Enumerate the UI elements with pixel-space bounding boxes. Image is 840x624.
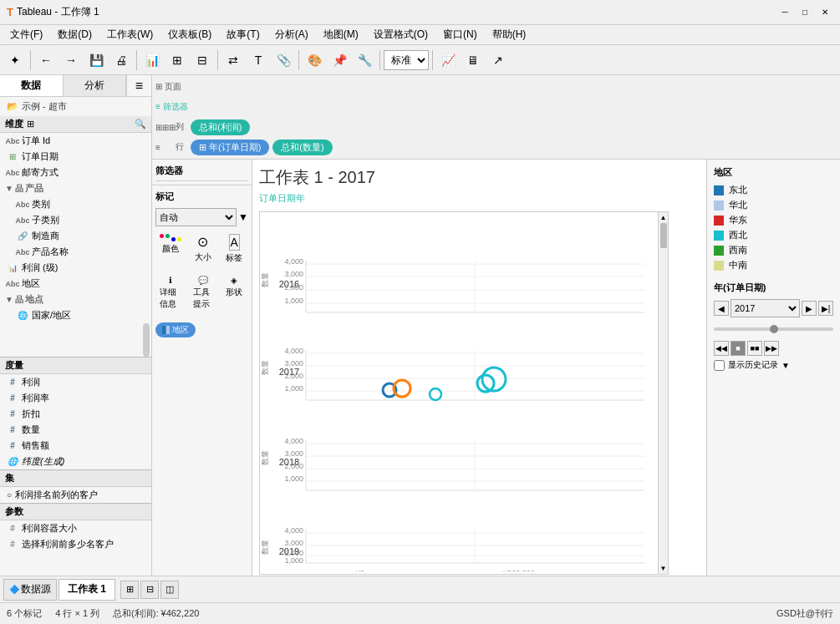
menu-file[interactable]: 文件(F) xyxy=(3,26,49,43)
menu-map[interactable]: 地图(M) xyxy=(317,26,365,43)
year-slider-thumb[interactable] xyxy=(770,325,778,333)
field-ship-mode[interactable]: Abc 邮寄方式 xyxy=(0,165,151,180)
field-profit[interactable]: # 利润 xyxy=(0,374,151,390)
tab-analysis[interactable]: 分析 xyxy=(64,75,127,96)
worksheet-tab[interactable]: 工作表 1 xyxy=(59,579,115,601)
toolbar-share[interactable]: ↗ xyxy=(486,48,510,72)
marks-shape-btn[interactable]: ◈ 形状 xyxy=(221,271,249,314)
marks-color-btn[interactable]: 颜色 xyxy=(155,230,186,268)
year-next-btn[interactable]: ▶ xyxy=(802,301,817,316)
play-back-btn[interactable]: ◀◀ xyxy=(714,341,729,356)
field-sales[interactable]: # 销售额 xyxy=(0,438,151,454)
dot-y xyxy=(177,237,181,241)
field-top-customers[interactable]: ○ 利润排名前列的客户 xyxy=(0,487,151,503)
marks-tooltip-btn[interactable]: 💬 工具提示 xyxy=(189,271,217,314)
field-subcategory[interactable]: Abc 子类别 xyxy=(0,212,151,228)
hash-icon-3: # xyxy=(7,408,18,420)
close-button[interactable]: ✕ xyxy=(817,4,833,21)
play-fwd-btn[interactable]: ▶▶ xyxy=(764,341,779,356)
new-story-icon[interactable]: ◫ xyxy=(160,581,179,599)
grid-icon[interactable]: ⊞ xyxy=(27,119,34,129)
field-top-n[interactable]: # 选择利润前多少名客户 xyxy=(0,536,151,552)
field-product-name[interactable]: Abc 产品名称 xyxy=(0,244,151,260)
maximize-button[interactable]: □ xyxy=(797,4,813,21)
field-profit-bin[interactable]: 📊 利润 (级) xyxy=(0,260,151,276)
play-stop2-btn[interactable]: ■■ xyxy=(747,341,762,356)
toolbar-annot[interactable]: 📎 xyxy=(272,48,295,72)
marks-label-btn[interactable]: A 标签 xyxy=(221,230,249,268)
data-source-tab[interactable]: 🔷 数据源 xyxy=(3,579,57,601)
row-label: ≡ xyxy=(155,143,172,152)
data-source[interactable]: 📂 示例 - 超市 xyxy=(0,97,151,116)
toolbar-fix[interactable]: 📌 xyxy=(328,48,351,72)
marks-size-btn[interactable]: ⊙ 大小 xyxy=(189,230,217,268)
menu-window[interactable]: 窗口(N) xyxy=(436,26,484,43)
col-label: ⊞⊞⊞ xyxy=(155,123,172,132)
toolbar-table[interactable]: ⊞ xyxy=(165,48,189,72)
toolbar-swap[interactable]: ⇄ xyxy=(221,48,245,72)
new-dashboard-icon[interactable]: ⊟ xyxy=(140,581,159,599)
toolbar-present[interactable]: 🖥 xyxy=(461,48,485,72)
col-text: 列 xyxy=(176,121,184,133)
field-profit-bin-size[interactable]: # 利润容器大小 xyxy=(0,520,151,536)
toolbar-sort[interactable]: ⊟ xyxy=(191,48,214,72)
year-prev-btn[interactable]: ◀ xyxy=(714,301,729,316)
hash-icon-4: # xyxy=(7,424,18,436)
col-pill-profit[interactable]: 总和(利润) xyxy=(191,119,250,135)
row-pill-year[interactable]: ⊞ 年(订单日期) xyxy=(191,140,269,155)
field-manufacturer[interactable]: 🔗 制造商 xyxy=(0,228,151,244)
fit-select[interactable]: 标准 xyxy=(384,50,429,70)
toolbar-color[interactable]: 🎨 xyxy=(303,48,326,72)
toolbar-new[interactable]: ✦ xyxy=(3,48,27,72)
toolbar: ✦ ← → 💾 🖨 📊 ⊞ ⊟ ⇄ T 📎 🎨 📌 🔧 标准 📈 🖥 ↗ xyxy=(0,45,840,75)
field-category[interactable]: Abc 类别 xyxy=(0,196,151,212)
menu-story[interactable]: 故事(T) xyxy=(220,26,266,43)
field-lat[interactable]: 🌐 纬度(生成) xyxy=(0,454,151,469)
toolbar-save[interactable]: 💾 xyxy=(84,48,108,72)
scroll-thumb-v[interactable] xyxy=(660,223,667,248)
year-select[interactable]: 2017 xyxy=(731,299,800,317)
toolbar-forward[interactable]: → xyxy=(59,48,83,72)
field-quantity[interactable]: # 数量 xyxy=(0,422,151,438)
minimize-button[interactable]: ─ xyxy=(776,4,793,21)
marks-type-select[interactable]: 自动 xyxy=(155,208,237,226)
toolbar-show-me[interactable]: 📈 xyxy=(436,48,460,72)
menu-format[interactable]: 设置格式(O) xyxy=(367,26,435,43)
scroll-down[interactable]: ▼ xyxy=(660,565,667,572)
left-panel: 数据 分析 ≡ 📂 示例 - 超市 维度 ⊞ 🔍 Abc 订单 Id ⊞ xyxy=(0,75,152,576)
play-stop-btn[interactable]: ■ xyxy=(731,341,746,356)
region-color-pill[interactable]: 地区 xyxy=(155,322,196,337)
row-pill-quantity[interactable]: 总和(数量) xyxy=(272,140,332,155)
field-profit-rate[interactable]: # 利润率 xyxy=(0,390,151,406)
tab-data[interactable]: 数据 xyxy=(0,75,64,96)
search-icon[interactable]: 🔍 xyxy=(135,119,146,129)
toolbar-ref[interactable]: 🔧 xyxy=(353,48,376,72)
show-history-checkbox[interactable] xyxy=(714,360,725,371)
new-sheet-icon[interactable]: ⊞ xyxy=(120,581,139,599)
field-order-id[interactable]: Abc 订单 Id xyxy=(0,133,151,149)
toolbar-back[interactable]: ← xyxy=(34,48,58,72)
menu-dashboard[interactable]: 仪表板(B) xyxy=(161,26,218,43)
menu-analysis[interactable]: 分析(A) xyxy=(268,26,315,43)
year-slider-track[interactable] xyxy=(714,327,833,331)
marks-detail-btn[interactable]: ℹ 详细信息 xyxy=(155,271,186,314)
field-region[interactable]: Abc 地区 xyxy=(0,276,151,292)
menu-data[interactable]: 数据(D) xyxy=(51,26,99,43)
field-order-date[interactable]: ⊞ 订单日期 xyxy=(0,149,151,165)
legend-color-xibei xyxy=(714,231,724,241)
field-country[interactable]: 🌐 国家/地区 xyxy=(0,307,151,323)
menu-worksheet[interactable]: 工作表(W) xyxy=(100,26,160,43)
chart-scrollbar[interactable]: ▲ ▼ xyxy=(658,212,668,574)
field-discount[interactable]: # 折扣 xyxy=(0,406,151,422)
toolbar-print[interactable]: 🖨 xyxy=(109,48,133,72)
scroll-up[interactable]: ▲ xyxy=(660,214,667,221)
menu-help[interactable]: 帮助(H) xyxy=(486,26,533,43)
toolbar-chart[interactable]: 📊 xyxy=(140,48,164,72)
tooltip-icon: 💬 xyxy=(198,276,208,285)
year-last-btn[interactable]: ▶| xyxy=(818,301,833,316)
toolbar-label[interactable]: T xyxy=(247,48,270,72)
dropdown-arrow[interactable]: ▼ xyxy=(781,361,790,370)
svg-text:数量: 数量 xyxy=(261,272,269,287)
panel-menu-icon[interactable]: ≡ xyxy=(126,75,151,96)
scroll-thumb[interactable] xyxy=(143,323,150,357)
